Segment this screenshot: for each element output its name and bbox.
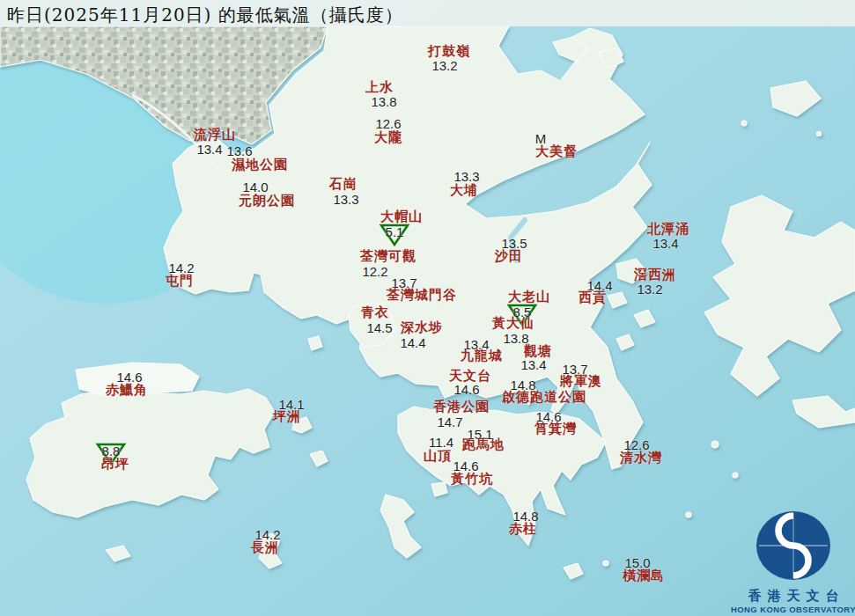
station-name: 流浮山 (194, 127, 236, 143)
station-value: 13.2 (637, 282, 662, 297)
station-value: 14.5 (366, 320, 392, 335)
station-name: 坪洲 (273, 408, 301, 425)
station-name: 屯門 (166, 273, 194, 290)
station-name: 長洲 (251, 539, 279, 556)
station-name: 打鼓嶺 (428, 43, 470, 60)
hko-logo-chinese: 香港天文台 (727, 588, 855, 605)
station-name: 深水埗 (401, 319, 443, 336)
station-name: 赤柱 (509, 521, 537, 538)
station-name: 觀塘 (524, 343, 552, 360)
station-name: 濕地公園 (232, 157, 288, 173)
station-name: 昂坪 (101, 456, 129, 473)
hko-logo: 香港天文台 HONG KONG OBSERVATORY (727, 509, 855, 614)
station-name: 上水 (365, 79, 394, 96)
station-name: 天文台 (449, 368, 491, 385)
station-name: 青衣 (361, 304, 389, 321)
station-name: 大埔 (450, 182, 478, 199)
station-name: 橫瀾島 (623, 568, 665, 584)
station-name: 香港公園 (433, 399, 490, 415)
observatory-logo-icon (754, 509, 833, 583)
station-name: 荃灣城門谷 (387, 287, 457, 304)
station-name: 山頂 (424, 448, 452, 465)
station-value: 5.1 (386, 224, 404, 239)
station-name: 跑馬地 (462, 436, 505, 453)
station-name: 黃竹坑 (451, 471, 493, 488)
station-name: 將軍澳 (560, 373, 602, 390)
station-name: 荃灣可觀 (360, 248, 416, 265)
station-name: 筲箕灣 (534, 421, 577, 437)
station-name: 沙田 (495, 248, 523, 265)
station-value: 13.8 (371, 94, 396, 109)
station-name: 石崗 (329, 176, 357, 193)
station-name: 九龍城 (461, 348, 503, 364)
station-value: 12.2 (362, 264, 387, 279)
station-name: 大美督 (535, 143, 578, 160)
hko-min-temp-map: 昨日(2025年11月20日) 的最低氣溫（攝氏度） 13.2打鼓嶺13.8上水… (0, 0, 855, 616)
station-value: 13.2 (431, 58, 457, 73)
station-name: 大帽山 (380, 209, 423, 225)
station-name: 元朗公園 (239, 193, 295, 209)
hko-logo-english: HONG KONG OBSERVATORY (727, 605, 855, 614)
station-name: 大老山 (508, 289, 550, 305)
station-name: 黃大仙 (492, 315, 534, 332)
station-name: 滘西洲 (634, 267, 676, 283)
station-value: 13.3 (333, 192, 358, 207)
station-name: 清水灣 (620, 450, 662, 466)
station-value: 14.7 (437, 414, 462, 429)
station-value: 13.4 (652, 236, 678, 251)
station-name: 北潭涌 (647, 221, 689, 238)
station-name: 啟德跑道公園 (502, 389, 586, 406)
station-name: 赤鱲角 (106, 382, 148, 399)
station-value: 13.4 (196, 142, 222, 157)
station-name: 西貢 (579, 290, 607, 306)
station-value: 14.4 (400, 335, 425, 350)
station-name: 大隴 (374, 129, 402, 146)
